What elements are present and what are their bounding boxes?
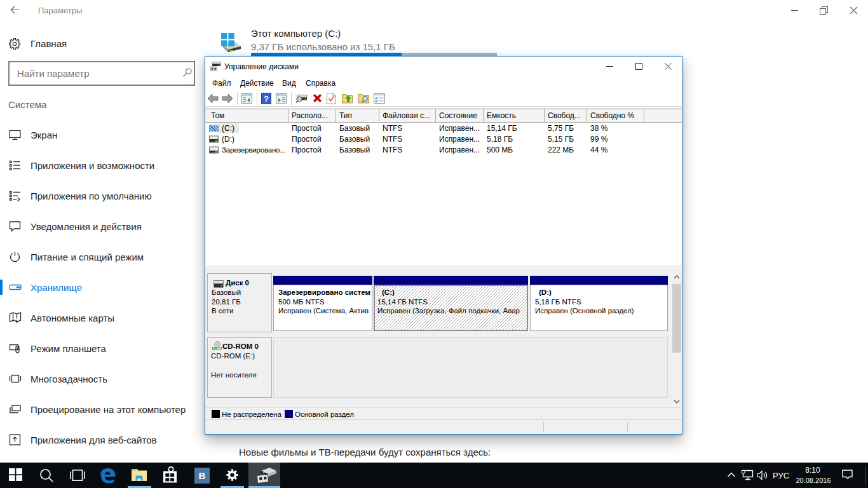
svg-text:?: ? [264, 94, 269, 104]
